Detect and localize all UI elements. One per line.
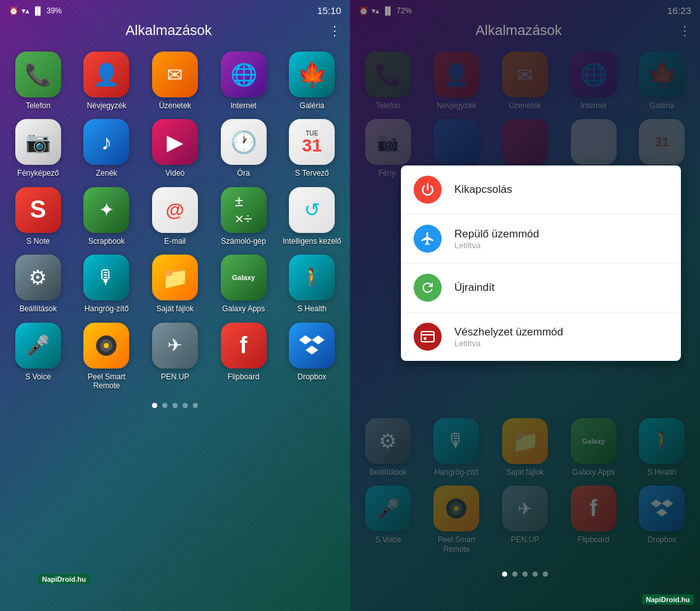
emergency-icon: [414, 323, 442, 351]
peel-label-left: Peel Smart Remote: [74, 372, 140, 391]
restart-title: Újraindít: [454, 281, 494, 294]
app-email-left[interactable]: @ E-mail: [142, 187, 208, 246]
app-video-left[interactable]: ▶ Videó: [142, 119, 208, 178]
dot-4-right[interactable]: [533, 572, 538, 577]
svg-marker-4: [312, 335, 325, 344]
smart-label-left: Intelligens kezelő: [283, 237, 341, 246]
music-label-left: Zenék: [96, 169, 117, 178]
app-music-left[interactable]: ♪ Zenék: [74, 119, 140, 178]
email-icon-left: @: [152, 187, 198, 233]
app-snote-left[interactable]: S S Note: [5, 187, 71, 246]
dropbox-label-left: Dropbox: [298, 372, 326, 381]
app-clock-left[interactable]: 🕐 Óra: [211, 119, 277, 178]
watermark-left: NapiDroid.hu: [38, 574, 90, 584]
hangroz-icon-left: 🎙: [83, 255, 129, 300]
settings-icon-left: ⚙: [15, 255, 61, 300]
context-airplane[interactable]: Repülő üzemmód Letiltva: [401, 214, 681, 263]
dot-2-left[interactable]: [162, 403, 167, 408]
dot-3-right[interactable]: [522, 572, 528, 577]
app-peel-left[interactable]: Peel Smart Remote: [74, 323, 140, 391]
app-telefon-left[interactable]: 📞 Telefon: [5, 52, 71, 110]
app-flipboard-left[interactable]: f Flipboard: [211, 323, 277, 391]
emergency-text: Vészhelyzet üzemmód Letiltva: [454, 326, 563, 348]
app-stervez-left[interactable]: TUE 31 S Tervező: [279, 119, 345, 178]
left-status-time: 15:10: [317, 5, 341, 16]
dot-5-right[interactable]: [543, 572, 548, 577]
left-phone-panel: ⏰ ▾▴ ▐▌ 39% 15:10 Alkalmazások ⋮ 📞 Telef…: [0, 0, 350, 611]
left-page-title: Alkalmazások: [9, 22, 328, 39]
app-settings-left[interactable]: ⚙ Beállítások: [5, 255, 71, 313]
airplane-icon: [414, 225, 442, 253]
app-dropbox-left[interactable]: Dropbox: [279, 323, 345, 391]
camera-label-left: Fényképező: [17, 169, 59, 178]
app-galaxy-left[interactable]: Galaxy Galaxy Apps: [211, 255, 277, 313]
internet-icon-left: 🌐: [221, 52, 267, 97]
files-icon-left: 📁: [152, 255, 198, 300]
stervez-label-left: S Tervező: [295, 169, 329, 178]
internet-label-left: Internet: [230, 101, 256, 110]
right-page-dots: [350, 565, 700, 583]
emergency-sub: Letiltva: [454, 339, 563, 348]
svg-marker-5: [305, 346, 318, 355]
app-shealth-left[interactable]: 🚶 S Health: [279, 255, 345, 313]
penup-icon-left: ✈: [152, 323, 198, 369]
messages-label-left: Üzenetek: [159, 101, 192, 110]
contacts-label-left: Névjegyzék: [87, 101, 126, 110]
app-penup-left[interactable]: ✈ PEN.UP: [142, 323, 208, 391]
dot-1-left[interactable]: [152, 403, 157, 408]
signal-icon: ▐▌: [32, 6, 43, 15]
context-poweroff[interactable]: Kikapcsolás: [401, 165, 681, 214]
app-svoice-left[interactable]: 🎤 S Voice: [5, 323, 71, 391]
svoice-label-left: S Voice: [25, 372, 51, 381]
poweroff-text: Kikapcsolás: [454, 183, 512, 196]
dot-2-right[interactable]: [512, 572, 517, 577]
snote-icon-left: S: [15, 187, 61, 233]
poweroff-icon: [414, 176, 442, 204]
galaxy-label-left: Galaxy Apps: [222, 304, 265, 313]
left-page-dots: [0, 397, 350, 414]
dot-1-right[interactable]: [502, 572, 507, 577]
snote-label-left: S Note: [26, 237, 50, 246]
restart-text: Újraindít: [454, 281, 494, 294]
app-scrapbook-left[interactable]: ✦ Scrapbook: [74, 187, 140, 246]
svoice-icon-left: 🎤: [15, 323, 61, 369]
context-emergency[interactable]: Vészhelyzet üzemmód Letiltva: [401, 313, 681, 361]
context-restart[interactable]: Újraindít: [401, 263, 681, 313]
left-status-icons: ⏰ ▾▴ ▐▌ 39%: [9, 6, 62, 15]
stervez-icon-left: TUE 31: [289, 119, 335, 165]
airplane-sub: Letiltva: [454, 241, 539, 250]
shealth-label-left: S Health: [297, 304, 326, 313]
app-contacts-left[interactable]: 👤 Névjegyzék: [74, 52, 140, 110]
restart-icon: [414, 274, 442, 302]
app-camera-left[interactable]: 📷 Fényképező: [5, 119, 71, 178]
app-smart-left[interactable]: ↺ Intelligens kezelő: [279, 187, 345, 246]
app-messages-left[interactable]: ✉ Üzenetek: [142, 52, 208, 110]
flipboard-icon-left: f: [221, 323, 267, 369]
left-title-bar: Alkalmazások ⋮: [0, 18, 350, 45]
app-calc-left[interactable]: ±×÷ Számoló-gép: [211, 187, 277, 246]
video-icon-left: ▶: [152, 119, 198, 165]
dot-5-left[interactable]: [193, 403, 198, 408]
svg-point-2: [104, 343, 109, 348]
dot-4-left[interactable]: [183, 403, 188, 408]
airplane-text: Repülő üzemmód Letiltva: [454, 228, 539, 250]
smart-icon-left: ↺: [289, 187, 335, 233]
galaxy-icon-left: Galaxy: [221, 255, 267, 300]
files-label-left: Saját fájlok: [157, 304, 194, 313]
hangroz-label-left: Hangrög-zítő: [85, 304, 129, 313]
camera-icon-left: 📷: [15, 119, 61, 165]
clock-icon-left: 🕐: [221, 119, 267, 165]
calc-label-left: Számoló-gép: [221, 237, 266, 246]
app-internet-left[interactable]: 🌐 Internet: [211, 52, 277, 110]
alarm-icon: ⏰: [9, 6, 18, 15]
telefon-label-left: Telefon: [25, 101, 50, 110]
app-gallery-left[interactable]: 🍁 Galéria: [279, 52, 345, 110]
left-more-button[interactable]: ⋮: [328, 23, 341, 38]
dot-3-left[interactable]: [172, 403, 178, 408]
svg-marker-6: [299, 335, 312, 344]
left-status-bar: ⏰ ▾▴ ▐▌ 39% 15:10: [0, 0, 350, 18]
app-hangroz-left[interactable]: 🎙 Hangrög-zítő: [74, 255, 140, 313]
shealth-icon-left: 🚶: [289, 255, 335, 300]
email-label-left: E-mail: [164, 237, 186, 246]
app-files-left[interactable]: 📁 Saját fájlok: [142, 255, 208, 313]
